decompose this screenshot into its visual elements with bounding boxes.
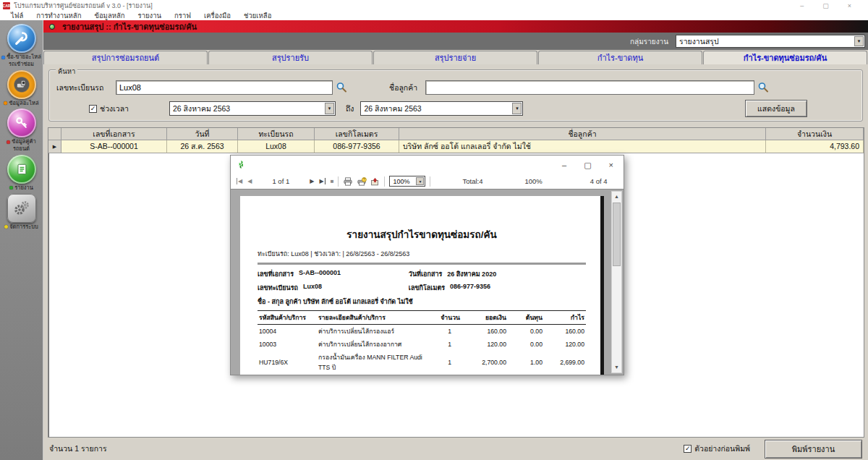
table-row[interactable]: ▶ S-AB--000001 26 ส.ค. 2563 Lux08 086-97…: [48, 140, 864, 153]
next-page-icon[interactable]: ▶: [310, 178, 314, 184]
km-label: เลขกิโลเมตร: [409, 283, 445, 293]
status-bar: จำนวน 1 รายการ ✓ ตัวอย่างก่อนพิมพ์ พิมพ์…: [43, 438, 868, 460]
menu-graphs[interactable]: กราฟ: [168, 10, 197, 21]
menu-help[interactable]: ช่วยเหลือ: [237, 10, 278, 21]
menu-reports[interactable]: รายงาน: [132, 10, 168, 21]
search-icon[interactable]: [336, 82, 347, 93]
date-to-value: 26 สิงหาคม 2563: [364, 103, 421, 115]
tab-repair-summary[interactable]: สรุปการซ่อมรถยนต์: [43, 51, 208, 64]
date-to-select[interactable]: 26 สิงหาคม 2563 ▼: [360, 101, 523, 116]
report-item-row: 64311496711กรองแอร์ MINI R53 11,500.00 1…: [258, 374, 586, 375]
chevron-down-icon[interactable]: ▼: [325, 103, 334, 114]
print-preview-checkbox[interactable]: ✓: [684, 445, 692, 453]
row-pointer-icon: ▶: [48, 140, 61, 153]
column-header[interactable]: ทะเบียนรถ: [238, 128, 315, 140]
chevron-down-icon[interactable]: ▼: [416, 177, 424, 185]
tab-profit-loss[interactable]: กำไร-ขาดทุน: [538, 51, 702, 64]
menu-bar: ไฟล์ การทำงานหลัก ข้อมูลหลัก รายงาน กราฟ…: [0, 10, 868, 20]
vertical-scrollbar[interactable]: ▲ ▼: [611, 191, 622, 373]
col-code: รหัสสินค้า/บริการ: [258, 311, 317, 324]
col-qty: จำนวน: [431, 311, 461, 324]
report-title: รายงานสรุปกำไรขาดทุนซ่อมรถ/คัน: [258, 226, 586, 242]
export-icon[interactable]: [370, 177, 380, 186]
tab-bar: สรุปการซ่อมรถยนต์ สรุปรายรับ สรุปรายจ่าย…: [43, 50, 868, 64]
key-icon: [7, 108, 36, 137]
cell-plate: Lux08: [238, 140, 315, 153]
date-from-select[interactable]: 26 สิงหาคม 2563 ▼: [169, 101, 336, 116]
tab-income-summary[interactable]: สรุปรายรับ: [208, 51, 373, 64]
close-icon[interactable]: ×: [848, 2, 851, 9]
col-cost: ต้นทุน: [508, 311, 544, 324]
menu-file[interactable]: ไฟล์: [4, 10, 30, 21]
report-document-icon: [7, 155, 36, 184]
last-page-icon[interactable]: ▶: [319, 178, 325, 184]
tab-expense-summary[interactable]: สรุปรายจ่าย: [373, 51, 537, 64]
bullet-icon: [4, 225, 8, 229]
sidebar-item-label: ข้อมูลอะไหล่: [9, 100, 38, 106]
print-report-button[interactable]: พิมพ์รายงาน: [765, 440, 862, 459]
close-icon[interactable]: ×: [609, 160, 613, 170]
crystal-report-icon: [237, 160, 246, 169]
maximize-icon[interactable]: ▢: [822, 2, 829, 9]
doc-no-value: S-AB--000001: [299, 269, 341, 279]
sidebar-item-label: ข้อมูลคู่ค้า รถยนต์: [12, 138, 35, 152]
sidebar-item-buy-sell-parts[interactable]: ซื้อ-ขายอะไหล่ รถเข้าซ่อม: [1, 24, 43, 68]
selector-column-header: [48, 128, 61, 140]
customer-input[interactable]: [425, 80, 754, 95]
cell-amount: 4,793.60: [766, 140, 864, 153]
report-group-select[interactable]: รายงานสรุป ▼: [676, 35, 865, 48]
cell-km: 086-977-9356: [315, 140, 399, 153]
scroll-up-icon[interactable]: ▲: [612, 192, 621, 202]
chevron-down-icon[interactable]: ▼: [854, 36, 864, 46]
minimize-icon[interactable]: –: [562, 160, 566, 170]
record-count: จำนวน 1 รายการ: [49, 443, 107, 455]
customer-line: ชื่อ - สกุล ลูกค้า บริษัท ลักซ์ ออโต้ แก…: [258, 297, 413, 307]
column-header[interactable]: วันที่: [167, 128, 238, 140]
show-data-button[interactable]: แสดงข้อมูล: [745, 100, 807, 117]
sidebar-item-reports[interactable]: รายงาน: [1, 155, 43, 192]
doc-date-value: 26 สิงหาคม 2020: [447, 269, 496, 279]
print-setup-icon[interactable]: ?: [357, 177, 367, 186]
period-checkbox[interactable]: ✓: [89, 105, 97, 113]
scrollbar-thumb[interactable]: [613, 203, 621, 266]
maximize-icon[interactable]: ▢: [584, 160, 591, 170]
plate-input[interactable]: [116, 80, 333, 95]
period-label: ช่วงเวลา: [100, 103, 169, 115]
cell-date: 26 ส.ค. 2563: [167, 140, 238, 153]
menu-tools[interactable]: เครื่องมือ: [197, 10, 237, 21]
bullet-icon: [1, 56, 5, 59]
first-page-icon[interactable]: ◀: [237, 178, 242, 184]
menu-main-tasks[interactable]: การทำงานหลัก: [30, 10, 88, 21]
tab-profit-loss-per-car[interactable]: กำไร-ขาดทุนซ่อมรถ/คัน: [703, 51, 867, 64]
sidebar-item-partner-data[interactable]: ข้อมูลคู่ค้า รถยนต์: [1, 108, 43, 153]
zoom-select[interactable]: 100% ▼: [389, 176, 425, 187]
col-profit: กำไร: [544, 311, 586, 324]
col-amount: ยอดเงิน: [461, 311, 508, 324]
print-preview-label: ตัวอย่างก่อนพิมพ์: [694, 443, 750, 455]
bullet-icon: [4, 101, 7, 105]
sidebar-item-system-admin[interactable]: จัดการระบบ: [1, 194, 43, 231]
sidebar-item-parts-data[interactable]: ข้อมูลอะไหล่: [1, 70, 43, 107]
report-item-row: 10004ค่าบริการเปลี่ยนไส้กรองแอร์ 1160.00…: [258, 325, 586, 338]
scroll-down-icon[interactable]: ▼: [612, 362, 621, 372]
report-items-table: รหัสสินค้า/บริการ รายละเอียดสินค้า/บริกา…: [258, 310, 586, 375]
stop-icon[interactable]: ■: [331, 178, 334, 184]
column-header[interactable]: จำนวนเงิน: [766, 128, 864, 140]
chevron-down-icon[interactable]: ▼: [512, 103, 522, 114]
column-header[interactable]: เลขที่เอกสาร: [61, 128, 167, 140]
column-header[interactable]: ชื่อลูกค้า: [399, 128, 766, 140]
results-header-row: เลขที่เอกสาร วันที่ ทะเบียนรถ เลขกิโลเมต…: [48, 128, 864, 140]
report-item-row: HU719/6Xกรองน้ำมันเครื่อง MANN FILTER Au…: [258, 351, 586, 374]
customer-label: ชื่อลูกค้า: [389, 82, 425, 94]
prev-page-icon[interactable]: ◀: [247, 178, 252, 184]
search-icon[interactable]: [757, 82, 769, 93]
print-icon[interactable]: [343, 177, 353, 186]
menu-master-data[interactable]: ข้อมูลหลัก: [88, 10, 131, 21]
page-header: รายงานสรุป :: กำไร-ขาดทุนซ่อมรถ/คัน: [43, 20, 868, 33]
minimize-icon[interactable]: –: [800, 2, 804, 9]
sidebar: ซื้อ-ขายอะไหล่ รถเข้าซ่อม ข้อมูลอะไหล่ ข…: [0, 20, 43, 460]
plate-label: เลขทะเบียนรถ: [258, 283, 298, 293]
preview-titlebar[interactable]: – ▢ ×: [231, 156, 624, 174]
column-header[interactable]: เลขกิโลเมตร: [315, 128, 399, 140]
sidebar-item-label: จัดการระบบ: [9, 223, 38, 230]
